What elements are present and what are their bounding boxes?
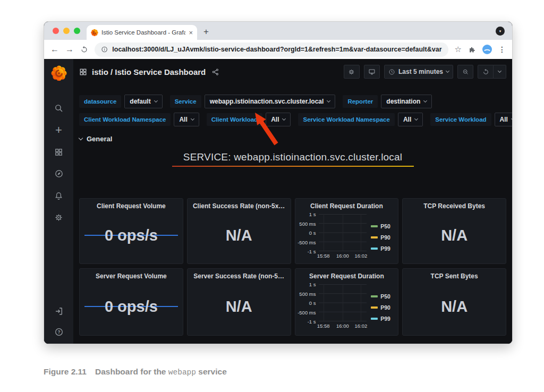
variable-dropdown[interactable]: destination: [381, 95, 432, 108]
panel-title[interactable]: Server Request Duration: [295, 272, 398, 280]
variable-label: Client Workload Namespace: [79, 113, 171, 126]
caption-code: webapp: [168, 368, 196, 377]
dashboard-title[interactable]: istio / Istio Service Dashboard: [92, 67, 206, 76]
extensions-puzzle-icon[interactable]: [468, 46, 476, 54]
caption-text-after: service: [198, 367, 226, 376]
variable-dropdown[interactable]: All: [174, 113, 199, 126]
panel-tcp-sent-bytes: TCP Sent Bytes N/A: [402, 268, 506, 336]
forward-button[interactable]: →: [65, 45, 74, 54]
variable-dropdown[interactable]: webapp.istioinaction.svc.cluster.local: [205, 95, 336, 108]
profile-avatar[interactable]: [482, 45, 492, 54]
monitor-icon: [368, 68, 376, 75]
refresh-button[interactable]: [478, 65, 494, 79]
y-axis: 1 s 500 ms 0 s -500 ms -1 s: [296, 214, 319, 251]
tab-close-icon[interactable]: ×: [189, 29, 193, 37]
reload-button[interactable]: [80, 46, 88, 54]
browser-menu-icon[interactable]: ⋮: [498, 45, 506, 54]
variable-client-workload-namespace: Client Workload Namespace All: [79, 113, 199, 126]
grafana-logo[interactable]: [51, 65, 67, 81]
sidebar-item-sign-in[interactable]: [54, 306, 64, 317]
address-bar[interactable]: localhost:3000/d/LJ_uJAvmk/istio-service…: [95, 42, 448, 57]
legend-label: P50: [380, 293, 390, 300]
variable-dropdown[interactable]: All: [495, 113, 512, 126]
stat-value: N/A: [188, 297, 291, 315]
sidebar-item-help[interactable]: ?: [54, 327, 64, 337]
y-tick: -1 s: [308, 319, 316, 325]
sidebar-item-search[interactable]: [54, 103, 64, 114]
dashboards-grid-icon: [54, 148, 63, 157]
panel-title[interactable]: TCP Received Bytes: [403, 202, 506, 210]
sidebar-item-dashboards[interactable]: [54, 147, 64, 157]
y-tick: 500 ms: [299, 220, 316, 226]
chevron-down-icon: [446, 69, 449, 73]
time-range-label: Last 5 minutes: [398, 68, 443, 75]
reload-icon: [80, 46, 88, 54]
legend-item-p50[interactable]: P50: [371, 293, 394, 300]
sign-in-icon: [54, 306, 64, 316]
chevron-down-icon: [79, 136, 83, 140]
stat-value: N/A: [403, 227, 506, 244]
bookmark-star-icon[interactable]: ☆: [455, 45, 462, 54]
variable-value: destination: [386, 98, 420, 105]
legend-item-p50[interactable]: P50: [371, 223, 394, 229]
panel-title[interactable]: TCP Sent Bytes: [403, 272, 506, 280]
legend-item-p90[interactable]: P90: [371, 304, 394, 311]
dashboard-settings-button[interactable]: [344, 65, 360, 79]
stat-value: 0 ops/s: [80, 297, 183, 315]
refresh-icon: [482, 69, 489, 75]
x-tick: 16:02: [354, 323, 367, 329]
legend-item-p90[interactable]: P90: [371, 234, 394, 241]
back-button[interactable]: ←: [50, 45, 59, 54]
panel-title[interactable]: Client Success Rate (non-5x…: [188, 202, 291, 210]
refresh-interval-button[interactable]: [494, 65, 506, 79]
new-tab-button[interactable]: +: [203, 26, 209, 38]
share-icon[interactable]: [211, 68, 219, 76]
close-window-button[interactable]: [53, 28, 59, 34]
sidebar-item-create[interactable]: +: [54, 125, 64, 135]
zoom-window-button[interactable]: [74, 28, 80, 34]
legend-swatch: [371, 225, 378, 227]
browser-tab[interactable]: Istio Service Dashboard - Grafa ×: [87, 25, 197, 40]
legend-swatch: [371, 318, 378, 320]
variable-value: All: [179, 116, 187, 123]
dashboard-header: istio / Istio Service Dashboard: [79, 59, 506, 84]
legend-item-p99[interactable]: P99: [371, 316, 394, 322]
panel-title[interactable]: Server Success Rate (non-5…: [188, 272, 291, 280]
refresh-button-group: [478, 65, 506, 79]
variable-dropdown[interactable]: default: [124, 95, 162, 108]
site-info-icon[interactable]: [101, 46, 108, 53]
figure-number: Figure 2.11: [44, 367, 87, 376]
variable-client-workload: Client Workload All: [207, 113, 291, 126]
variable-value: All: [271, 116, 279, 123]
variable-value: default: [130, 98, 150, 105]
zoom-out-time-button[interactable]: [457, 65, 473, 79]
duration-chart: 1 s 500 ms 0 s -500 ms -1 s: [295, 284, 398, 330]
minimize-window-button[interactable]: [63, 28, 70, 34]
panel-server-request-duration: Server Request Duration 1 s 500 ms 0 s -…: [295, 268, 399, 336]
panel-title[interactable]: Client Request Volume: [80, 202, 183, 210]
tab-search-button[interactable]: ▾: [496, 27, 505, 36]
legend-label: P99: [380, 316, 390, 322]
tab-strip: Istio Service Dashboard - Grafa × + ▾: [44, 22, 512, 40]
variable-reporter: Reporter destination: [343, 95, 432, 108]
tab-title: Istio Service Dashboard - Grafa: [101, 29, 185, 36]
toolbar-right: ☆ ⋮: [455, 45, 506, 54]
url-text: localhost:3000/d/LJ_uJAvmk/istio-service…: [112, 46, 441, 53]
panel-server-success-rate: Server Success Rate (non-5… N/A: [187, 268, 291, 336]
panel-title[interactable]: Client Request Duration: [295, 202, 398, 210]
sidebar-item-alerting[interactable]: [54, 190, 64, 201]
duration-chart: 1 s 500 ms 0 s -500 ms -1 s: [295, 214, 398, 260]
cycle-view-mode-button[interactable]: [364, 65, 380, 79]
legend-item-p99[interactable]: P99: [371, 245, 394, 252]
sidebar-item-configuration[interactable]: [54, 212, 64, 223]
plot-area: [319, 284, 367, 321]
section-general[interactable]: General: [79, 135, 506, 143]
panel-title[interactable]: Server Request Volume: [80, 272, 183, 280]
y-tick: 1 s: [309, 211, 316, 217]
sidebar-item-explore[interactable]: [54, 168, 64, 179]
variable-dropdown[interactable]: All: [266, 113, 291, 126]
time-range-picker[interactable]: Last 5 minutes: [384, 65, 453, 79]
dashboard-squares-icon[interactable]: [79, 68, 87, 76]
browser-window: Istio Service Dashboard - Grafa × + ▾ ← …: [44, 21, 513, 344]
variable-dropdown[interactable]: All: [398, 113, 423, 126]
